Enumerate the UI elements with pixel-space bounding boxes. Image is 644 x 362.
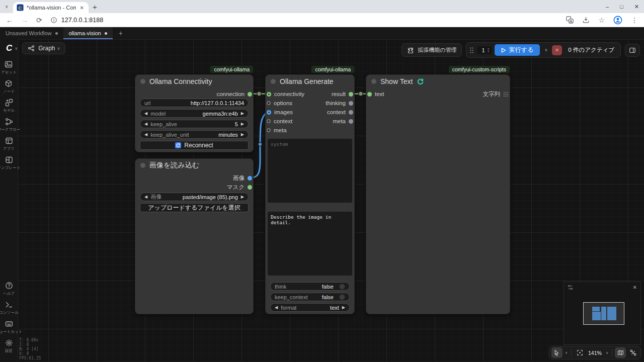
system-prompt-textarea[interactable] <box>268 139 352 203</box>
collapse-dot[interactable] <box>140 79 145 84</box>
combo-next-icon[interactable]: ▶ <box>241 132 244 137</box>
sidebar-item-nodes[interactable]: ノード <box>3 79 15 94</box>
output-slot-result[interactable] <box>349 92 353 97</box>
combo-prev-icon[interactable]: ◀ <box>144 132 147 137</box>
graph-canvas[interactable]: comfyui-ollama Ollama Connectivity conne… <box>0 39 644 362</box>
collapse-dot[interactable] <box>371 79 376 84</box>
node-ollama-generate[interactable]: comfyui-ollama Ollama Generate connectiv… <box>265 74 355 314</box>
run-options-chevron-icon[interactable]: ∨ <box>543 48 549 52</box>
bookmark-star-icon[interactable]: ☆ <box>598 16 605 24</box>
logo-chevron-icon[interactable]: ∨ <box>15 46 18 51</box>
minimap-viewport[interactable] <box>583 302 624 325</box>
sidebar-item-console[interactable]: コンソール <box>0 301 19 315</box>
upload-file-button[interactable]: アップロードするファイルを選択 <box>140 203 249 212</box>
sidebar-item-settings[interactable]: 設定 <box>5 339 13 353</box>
toggle-knob[interactable] <box>339 294 345 300</box>
profile-avatar[interactable] <box>613 16 622 25</box>
grid-dots-icon[interactable] <box>503 92 509 97</box>
combo-next-icon[interactable]: ▶ <box>241 111 244 116</box>
link-midpoint-dot[interactable] <box>258 142 262 146</box>
sidebar-item-shortcuts[interactable]: ショートカット <box>0 320 22 334</box>
combo-prev-icon[interactable]: ◀ <box>144 111 147 116</box>
fit-view-button[interactable] <box>574 347 585 358</box>
widget-format[interactable]: ◀ format text ▶ <box>270 303 350 312</box>
input-slot-text[interactable] <box>367 92 372 97</box>
graph-menu-button[interactable]: Graph ∨ <box>22 42 65 54</box>
node-ollama-connectivity[interactable]: comfyui-ollama Ollama Connectivity conne… <box>135 74 254 152</box>
new-tab-button[interactable]: + <box>93 3 97 11</box>
toggle-links-button[interactable] <box>627 347 638 358</box>
node-show-text[interactable]: comfyui-custom-scripts Show Text text 文字… <box>366 74 510 314</box>
sidebar-item-templates[interactable]: テンプレート <box>0 156 20 170</box>
input-slot-connectivity[interactable] <box>267 92 271 97</box>
tab-search-chevron-icon[interactable]: ∨ <box>5 4 9 9</box>
node-load-image[interactable]: 画像を読み込む 画像 マスク ◀ 画像 pasted/image (85).pn… <box>135 158 254 314</box>
zoom-chevron-icon[interactable]: ∨ <box>605 351 609 355</box>
widget-image[interactable]: ◀ 画像 pasted/image (85).png ▶ <box>140 193 249 201</box>
site-info-icon[interactable] <box>50 17 57 24</box>
sidebar-item-models[interactable]: モデル <box>3 99 15 113</box>
window-minimize-button[interactable]: – <box>606 4 609 10</box>
sidebar-item-help[interactable]: ヘルプ <box>3 282 15 296</box>
pointer-tool-button[interactable] <box>551 347 562 358</box>
prompt-textarea[interactable]: Describe the image in detail. <box>268 212 352 276</box>
reconnect-button[interactable]: Reconnect <box>140 141 249 150</box>
output-slot-meta[interactable] <box>349 119 353 124</box>
input-slot-images[interactable] <box>267 110 271 115</box>
browser-tab[interactable]: C *ollama-vision - ComfyUI ✕ <box>13 2 89 13</box>
tab-close-icon[interactable]: ✕ <box>79 5 85 11</box>
comfyui-logo[interactable]: C <box>6 43 12 53</box>
input-slot-meta[interactable] <box>267 128 271 132</box>
widget-url[interactable]: url http://127.0.0.1:11434 <box>140 99 249 107</box>
output-slot-mask[interactable] <box>248 185 252 190</box>
input-slot-context[interactable] <box>267 119 271 123</box>
minimap-toggle-button[interactable] <box>615 347 626 358</box>
collapse-dot[interactable] <box>271 79 276 84</box>
zoom-level[interactable]: 141% <box>587 350 603 356</box>
input-slot-options[interactable] <box>267 101 271 105</box>
step-down-icon[interactable]: ∨ <box>487 50 489 53</box>
minimap-close-icon[interactable]: ✕ <box>633 285 637 290</box>
sidebar-item-assets[interactable]: アセット <box>1 60 17 75</box>
combo-next-icon[interactable]: ▶ <box>342 305 345 310</box>
widget-keep-alive-unit[interactable]: ◀ keep_alive_unit minutes ▶ <box>140 130 249 139</box>
url-field[interactable]: 127.0.0.1:8188 <box>50 17 567 24</box>
sidebar-item-workflows[interactable]: ワークフロー <box>0 118 20 132</box>
run-button[interactable]: 実行する <box>495 44 540 56</box>
combo-prev-icon[interactable]: ◀ <box>144 195 147 199</box>
combo-prev-icon[interactable]: ◀ <box>144 122 147 126</box>
link-midpoint-dot[interactable] <box>257 92 262 96</box>
minimap-panel[interactable]: ✕ <box>564 282 641 345</box>
browser-menu-kebab-icon[interactable]: ⋮ <box>631 16 638 24</box>
widget-model[interactable]: ◀ model gemma3n:e4b ▶ <box>140 109 249 118</box>
sidebar-item-apps[interactable]: アプリ <box>3 137 15 151</box>
window-maximize-button[interactable]: □ <box>620 4 623 10</box>
workflow-tab-ollama-vision[interactable]: ollama-vision <box>63 27 113 39</box>
toggle-panel-button[interactable] <box>625 44 640 57</box>
output-slot-context[interactable] <box>349 110 353 115</box>
widget-keep-alive[interactable]: ◀ keep_alive 5 ▶ <box>140 120 249 128</box>
toggle-knob[interactable] <box>339 284 345 290</box>
window-close-button[interactable]: ✕ <box>634 4 639 10</box>
batch-count-stepper[interactable]: 1 ∧∨ <box>477 46 491 54</box>
install-app-icon[interactable] <box>582 16 590 24</box>
reload-icon[interactable]: ⟳ <box>36 16 42 24</box>
output-slot-thinking[interactable] <box>349 101 353 106</box>
cancel-button[interactable]: ✕ <box>552 45 562 55</box>
combo-next-icon[interactable]: ▶ <box>241 195 244 199</box>
workflow-tab-unsaved[interactable]: Unsaved Workflow <box>0 27 63 39</box>
new-workflow-button[interactable]: + <box>113 27 129 39</box>
combo-next-icon[interactable]: ▶ <box>241 122 244 126</box>
back-icon[interactable]: ← <box>6 16 13 24</box>
drag-handle-icon[interactable] <box>469 47 474 54</box>
forward-icon[interactable]: → <box>21 16 28 24</box>
widget-keep-context[interactable]: keep_context false <box>270 293 350 301</box>
output-slot-connection[interactable] <box>248 92 252 97</box>
minimap-settings-icon[interactable] <box>568 285 573 290</box>
collapse-dot[interactable] <box>140 163 145 168</box>
combo-prev-icon[interactable]: ◀ <box>275 305 278 310</box>
widget-think[interactable]: think false <box>270 282 350 291</box>
manage-extensions-button[interactable]: 拡張機能の管理 <box>401 43 462 57</box>
output-slot-image[interactable] <box>248 176 252 180</box>
link-midpoint-dot[interactable] <box>359 92 363 96</box>
